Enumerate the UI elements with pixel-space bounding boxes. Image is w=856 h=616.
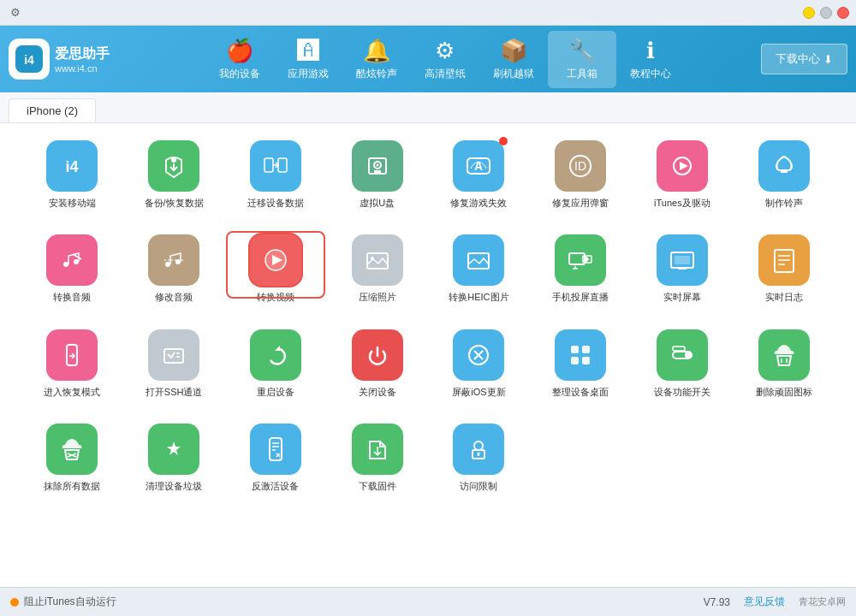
download-center-button[interactable]: 下载中心 ⬇ bbox=[761, 44, 847, 74]
convert-video-label: 转换视频 bbox=[257, 291, 294, 303]
my-device-label: 我的设备 bbox=[219, 67, 260, 81]
tool-item-anti-activate[interactable]: 反激活设备 bbox=[229, 424, 323, 492]
fix-popup-label: 修复应用弹窗 bbox=[552, 197, 609, 209]
nav-item-wallpaper[interactable]: ⚙高清壁纸 bbox=[411, 31, 479, 88]
modify-audio-label: 修改音频 bbox=[155, 291, 193, 303]
access-limit-icon bbox=[453, 424, 504, 475]
screen-mirror-icon bbox=[555, 234, 606, 286]
svg-point-37 bbox=[685, 352, 692, 358]
minimize-button[interactable]: − bbox=[803, 7, 815, 19]
tool-item-backup-restore[interactable]: 备份/恢复数据 bbox=[128, 140, 221, 209]
tool-item-clean-junk[interactable]: 清理设备垃圾 bbox=[128, 424, 221, 492]
migrate-data-icon bbox=[250, 140, 301, 192]
access-limit-label: 访问限制 bbox=[460, 480, 497, 492]
tool-item-make-ringtone[interactable]: 制作铃声 bbox=[737, 140, 830, 209]
tool-item-recovery-mode[interactable]: 进入恢复模式 bbox=[26, 329, 119, 398]
tool-item-itunes-driver[interactable]: iTunes及驱动 bbox=[636, 140, 729, 209]
tool-item-open-ssh[interactable]: 打开SSH通道 bbox=[128, 329, 221, 398]
toolbox-icon: 🔧 bbox=[568, 38, 596, 64]
svg-rect-32 bbox=[571, 346, 579, 353]
my-device-icon: 🍎 bbox=[226, 38, 253, 64]
svg-rect-27 bbox=[675, 256, 690, 264]
nav-item-ringtone[interactable]: 🔔酷炫铃声 bbox=[342, 31, 411, 88]
tool-item-convert-heic[interactable]: 转换HEIC图片 bbox=[432, 234, 526, 303]
nav-item-toolbox[interactable]: 🔧工具箱 bbox=[548, 31, 616, 88]
tool-item-convert-audio[interactable]: 转换音频 bbox=[26, 234, 119, 303]
tutorial-label: 教程中心 bbox=[630, 67, 671, 81]
make-ringtone-label: 制作铃声 bbox=[765, 197, 803, 209]
tool-item-modify-audio[interactable]: 修改音频 bbox=[128, 234, 221, 303]
title-bar-icons: ⚙ bbox=[7, 6, 21, 19]
tool-item-install-app[interactable]: i4安装移动端 bbox=[26, 140, 119, 209]
svg-rect-28 bbox=[775, 250, 794, 272]
fix-popup-icon: ID bbox=[555, 140, 606, 192]
nav-item-jailbreak[interactable]: 📦刷机越狱 bbox=[479, 31, 548, 88]
tool-item-virtual-udisk[interactable]: 虚拟U盘 bbox=[330, 140, 424, 209]
fix-game-label: 修复游戏失效 bbox=[450, 197, 507, 209]
tool-item-shutdown-device[interactable]: 关闭设备 bbox=[330, 329, 424, 398]
nav-item-my-device[interactable]: 🍎我的设备 bbox=[205, 31, 274, 88]
realtime-screen-icon bbox=[657, 234, 708, 286]
tool-item-device-feature[interactable]: 设备功能开关 bbox=[636, 329, 729, 398]
close-button[interactable]: × bbox=[837, 7, 849, 19]
install-app-icon: i4 bbox=[46, 140, 98, 192]
tool-item-fix-popup[interactable]: ID 修复应用弹窗 bbox=[534, 140, 627, 209]
svg-text:i4: i4 bbox=[66, 158, 79, 175]
recovery-mode-icon bbox=[46, 329, 98, 381]
app-game-label: 应用游戏 bbox=[288, 67, 329, 81]
clean-junk-label: 清理设备垃圾 bbox=[146, 480, 202, 492]
svg-text:A: A bbox=[474, 159, 483, 173]
feedback-link[interactable]: 意见反馈 bbox=[744, 595, 785, 609]
svg-point-22 bbox=[371, 257, 374, 260]
tools-grid: i4安装移动端 备份/恢复数据 迁移设备数据 虚拟U盘 A 修复游戏失效 ID … bbox=[26, 140, 830, 492]
logo-main-text: 爱思助手 bbox=[55, 45, 110, 63]
jailbreak-icon: 📦 bbox=[500, 38, 527, 64]
tool-item-manage-desktop[interactable]: 整理设备桌面 bbox=[534, 329, 627, 398]
jailbreak-label: 刷机越狱 bbox=[493, 67, 534, 81]
iphone-tab[interactable]: iPhone (2) bbox=[9, 98, 96, 122]
tool-item-migrate-data[interactable]: 迁移设备数据 bbox=[229, 140, 323, 209]
manage-desktop-label: 整理设备桌面 bbox=[552, 386, 609, 398]
version-text: V7.93 bbox=[704, 596, 730, 608]
nav-item-app-game[interactable]: 🅰应用游戏 bbox=[274, 31, 342, 88]
download-firmware-label: 下载固件 bbox=[359, 480, 396, 492]
svg-rect-29 bbox=[67, 345, 77, 365]
nav-item-tutorial[interactable]: ℹ教程中心 bbox=[616, 31, 685, 88]
fix-game-badge bbox=[499, 137, 508, 145]
fix-game-icon: A bbox=[453, 140, 504, 192]
maximize-button[interactable]: □ bbox=[820, 7, 832, 19]
tool-item-realtime-log[interactable]: 实时日志 bbox=[737, 234, 830, 303]
svg-rect-8 bbox=[374, 170, 381, 174]
block-ios-update-label: 屏蔽iOS更新 bbox=[452, 386, 505, 398]
wallpaper-label: 高清壁纸 bbox=[425, 67, 466, 81]
virtual-udisk-icon bbox=[352, 140, 403, 192]
tool-item-download-firmware[interactable]: 下载固件 bbox=[330, 424, 424, 492]
svg-text:i4: i4 bbox=[24, 53, 34, 67]
svg-point-16 bbox=[63, 262, 68, 267]
convert-heic-icon bbox=[453, 234, 504, 286]
download-firmware-icon bbox=[352, 424, 403, 475]
tool-item-delete-icon[interactable]: 删除顽固图标 bbox=[737, 329, 830, 398]
device-feature-label: 设备功能开关 bbox=[654, 386, 710, 398]
convert-audio-icon bbox=[46, 234, 98, 286]
install-app-label: 安装移动端 bbox=[49, 197, 96, 209]
settings-icon[interactable]: ⚙ bbox=[10, 6, 21, 19]
tool-item-access-limit[interactable]: 访问限制 bbox=[432, 424, 526, 492]
convert-audio-label: 转换音频 bbox=[53, 291, 91, 303]
tool-item-fix-game[interactable]: A 修复游戏失效 bbox=[432, 140, 526, 209]
tool-item-block-ios-update[interactable]: 屏蔽iOS更新 bbox=[432, 329, 526, 398]
download-center-label: 下载中心 bbox=[776, 51, 820, 67]
open-ssh-label: 打开SSH通道 bbox=[146, 386, 203, 398]
screen-mirror-label: 手机投屏直播 bbox=[552, 291, 609, 303]
tool-item-convert-video[interactable]: 转换视频 bbox=[229, 234, 323, 303]
tool-item-compress-photo[interactable]: 压缩照片 bbox=[330, 234, 424, 303]
tool-item-screen-mirror[interactable]: 手机投屏直播 bbox=[534, 234, 627, 303]
tutorial-icon: ℹ bbox=[646, 38, 655, 64]
tool-item-erase-data[interactable]: 抹除所有数据 bbox=[26, 424, 119, 492]
svg-rect-38 bbox=[673, 346, 685, 351]
tool-item-realtime-screen[interactable]: 实时屏幕 bbox=[636, 234, 729, 303]
virtual-udisk-label: 虚拟U盘 bbox=[360, 197, 395, 209]
compress-photo-icon bbox=[352, 234, 403, 286]
svg-point-10 bbox=[376, 164, 378, 167]
tool-item-restart-device[interactable]: 重启设备 bbox=[229, 329, 323, 398]
